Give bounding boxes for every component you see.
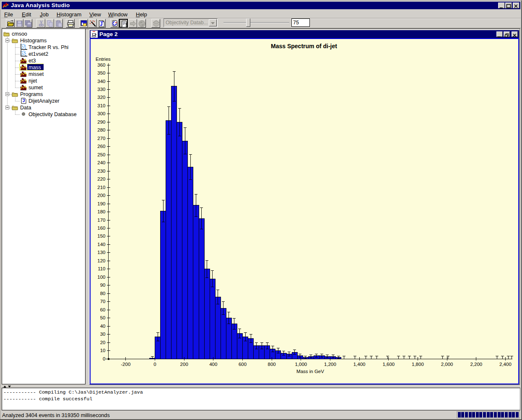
svg-text:90: 90 xyxy=(100,283,106,288)
svg-text:300: 300 xyxy=(97,111,105,116)
svg-text:260: 260 xyxy=(97,144,105,149)
svg-text:160: 160 xyxy=(97,226,105,231)
svg-text:40: 40 xyxy=(100,324,106,329)
svg-text:20: 20 xyxy=(100,340,106,345)
svg-text:360: 360 xyxy=(97,62,105,67)
svg-text:140: 140 xyxy=(97,242,105,247)
svg-text:180: 180 xyxy=(97,209,105,214)
svg-text:1,000: 1,000 xyxy=(295,362,307,367)
svg-text:Mass in GeV: Mass in GeV xyxy=(296,369,324,374)
svg-text:800: 800 xyxy=(268,362,276,367)
svg-text:290: 290 xyxy=(97,119,105,124)
svg-text:310: 310 xyxy=(97,103,105,108)
svg-text:-200: -200 xyxy=(121,362,130,367)
svg-text:2,400: 2,400 xyxy=(499,362,512,367)
svg-text:400: 400 xyxy=(209,362,217,367)
svg-text:330: 330 xyxy=(97,87,105,92)
svg-text:120: 120 xyxy=(97,258,105,263)
svg-text:1,800: 1,800 xyxy=(412,362,424,367)
svg-text:1,200: 1,200 xyxy=(324,362,336,367)
svg-text:220: 220 xyxy=(97,176,105,181)
svg-text:1,600: 1,600 xyxy=(382,362,395,367)
svg-text:270: 270 xyxy=(97,136,105,141)
svg-text:170: 170 xyxy=(97,218,105,223)
svg-text:150: 150 xyxy=(97,233,105,239)
svg-text:130: 130 xyxy=(97,250,105,255)
svg-text:200: 200 xyxy=(180,362,188,367)
svg-text:280: 280 xyxy=(97,127,105,132)
svg-text:50: 50 xyxy=(100,315,106,320)
svg-text:240: 240 xyxy=(97,160,105,165)
svg-text:30: 30 xyxy=(100,332,106,337)
svg-text:600: 600 xyxy=(239,362,247,367)
svg-text:Mass Spectrum of di-jet: Mass Spectrum of di-jet xyxy=(271,43,337,49)
svg-text:210: 210 xyxy=(97,185,105,190)
svg-text:110: 110 xyxy=(98,266,105,271)
svg-text:80: 80 xyxy=(100,291,106,296)
svg-text:230: 230 xyxy=(97,169,105,174)
svg-text:320: 320 xyxy=(97,95,105,100)
svg-text:190: 190 xyxy=(97,201,105,206)
svg-text:70: 70 xyxy=(100,299,106,304)
svg-text:350: 350 xyxy=(97,70,105,75)
svg-text:1,400: 1,400 xyxy=(353,362,366,367)
svg-text:0: 0 xyxy=(103,356,105,361)
svg-text:10: 10 xyxy=(100,348,106,353)
svg-text:2,000: 2,000 xyxy=(441,362,453,367)
svg-text:340: 340 xyxy=(97,79,105,84)
svg-text:0: 0 xyxy=(153,362,156,367)
svg-text:2,200: 2,200 xyxy=(470,362,482,367)
svg-text:200: 200 xyxy=(97,193,105,198)
svg-text:Entries: Entries xyxy=(96,57,111,62)
svg-text:100: 100 xyxy=(97,275,105,280)
svg-text:250: 250 xyxy=(97,152,105,157)
svg-text:60: 60 xyxy=(100,307,106,312)
